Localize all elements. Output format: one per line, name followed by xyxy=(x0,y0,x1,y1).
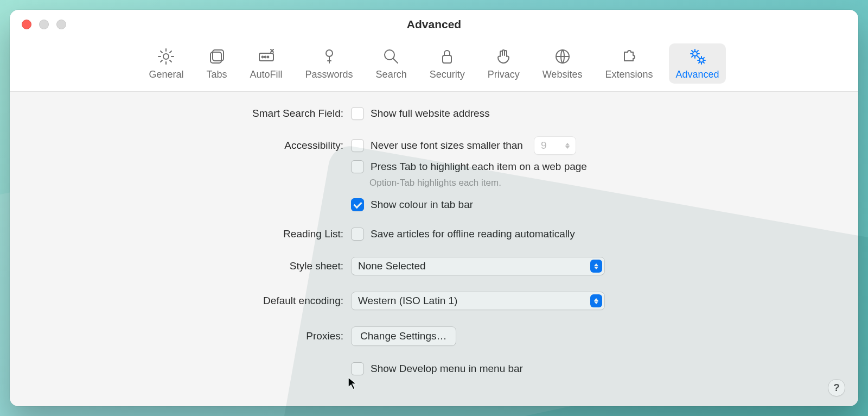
default-encoding-value: Western (ISO Latin 1) xyxy=(358,295,457,307)
svg-rect-9 xyxy=(443,55,451,63)
select-arrows-icon xyxy=(590,260,602,273)
stepper-arrows-icon xyxy=(561,139,573,152)
tab-search[interactable]: Search xyxy=(369,43,413,84)
tab-extensions[interactable]: Extensions xyxy=(598,43,659,84)
gear-icon xyxy=(156,47,176,66)
font-size-select[interactable]: 9 xyxy=(534,136,576,155)
tab-label: Extensions xyxy=(605,70,653,79)
tab-label: Search xyxy=(376,70,407,79)
accessibility-label: Accessibility: xyxy=(10,140,351,152)
minimize-window-button[interactable] xyxy=(39,20,49,29)
traffic-lights xyxy=(22,20,66,29)
tab-highlight-label: Press Tab to highlight each item on a we… xyxy=(371,161,587,173)
svg-point-5 xyxy=(264,56,266,58)
window-title: Advanced xyxy=(407,18,461,31)
font-size-min-checkbox[interactable] xyxy=(351,139,364,152)
tab-label: Security xyxy=(430,70,465,79)
tab-label: Tabs xyxy=(207,70,227,79)
tab-autofill[interactable]: AutoFill xyxy=(244,43,289,84)
zoom-window-button[interactable] xyxy=(56,20,66,29)
tab-label: General xyxy=(149,70,183,79)
font-size-value: 9 xyxy=(541,140,547,152)
tab-tabs[interactable]: Tabs xyxy=(200,43,234,84)
show-develop-menu-checkbox[interactable] xyxy=(351,362,364,375)
smart-search-label: Smart Search Field: xyxy=(10,108,351,119)
style-sheet-select[interactable]: None Selected xyxy=(351,257,605,275)
svg-point-6 xyxy=(267,56,269,58)
tab-websites[interactable]: Websites xyxy=(536,43,589,84)
lock-icon xyxy=(437,47,457,66)
tab-general[interactable]: General xyxy=(142,43,190,84)
style-sheet-value: None Selected xyxy=(358,260,426,272)
save-offline-checkbox[interactable] xyxy=(351,228,364,241)
tabs-icon xyxy=(207,47,227,66)
change-settings-button[interactable]: Change Settings… xyxy=(351,326,456,346)
tab-label: Passwords xyxy=(305,70,353,79)
key-icon xyxy=(320,47,339,66)
default-encoding-select[interactable]: Western (ISO Latin 1) xyxy=(351,292,605,310)
tab-highlight-checkbox[interactable] xyxy=(351,160,364,173)
content-area: Smart Search Field: Show full website ad… xyxy=(10,92,858,406)
puzzle-icon xyxy=(619,47,639,66)
globe-icon xyxy=(553,47,572,66)
style-sheet-label: Style sheet: xyxy=(10,260,351,272)
save-offline-label: Save articles for offline reading automa… xyxy=(371,228,575,240)
svg-point-7 xyxy=(326,50,333,56)
show-colour-tabbar-checkbox[interactable] xyxy=(351,198,364,211)
gears-icon xyxy=(688,47,707,66)
svg-point-0 xyxy=(163,54,169,59)
font-size-min-label: Never use font sizes smaller than xyxy=(371,140,523,152)
tab-privacy[interactable]: Privacy xyxy=(481,43,526,84)
tab-passwords[interactable]: Passwords xyxy=(299,43,360,84)
tab-security[interactable]: Security xyxy=(423,43,471,84)
tab-label: Privacy xyxy=(488,70,520,79)
preferences-toolbar: General Tabs AutoFill Passwords Search xyxy=(10,39,858,92)
hand-icon xyxy=(494,47,513,66)
tab-advanced[interactable]: Advanced xyxy=(669,43,725,84)
tab-label: AutoFill xyxy=(250,70,283,79)
show-develop-menu-label: Show Develop menu in menu bar xyxy=(371,363,523,375)
show-full-address-label: Show full website address xyxy=(371,108,490,119)
help-button[interactable]: ? xyxy=(828,379,845,396)
show-full-address-checkbox[interactable] xyxy=(351,107,364,120)
show-colour-tabbar-label: Show colour in tab bar xyxy=(371,199,473,211)
autofill-icon xyxy=(257,47,276,66)
svg-point-4 xyxy=(261,56,263,58)
search-icon xyxy=(381,47,401,66)
preferences-window: Advanced General Tabs AutoFill Passwords xyxy=(10,10,858,406)
proxies-label: Proxies: xyxy=(10,330,351,342)
default-encoding-label: Default encoding: xyxy=(10,295,351,307)
reading-list-label: Reading List: xyxy=(10,228,351,240)
close-window-button[interactable] xyxy=(22,20,31,29)
svg-point-11 xyxy=(693,52,697,56)
option-tab-hint: Option-Tab highlights each item. xyxy=(369,178,501,188)
select-arrows-icon xyxy=(590,294,602,307)
titlebar: Advanced xyxy=(10,10,858,39)
tab-label: Advanced xyxy=(675,70,719,79)
tab-label: Websites xyxy=(542,70,583,79)
